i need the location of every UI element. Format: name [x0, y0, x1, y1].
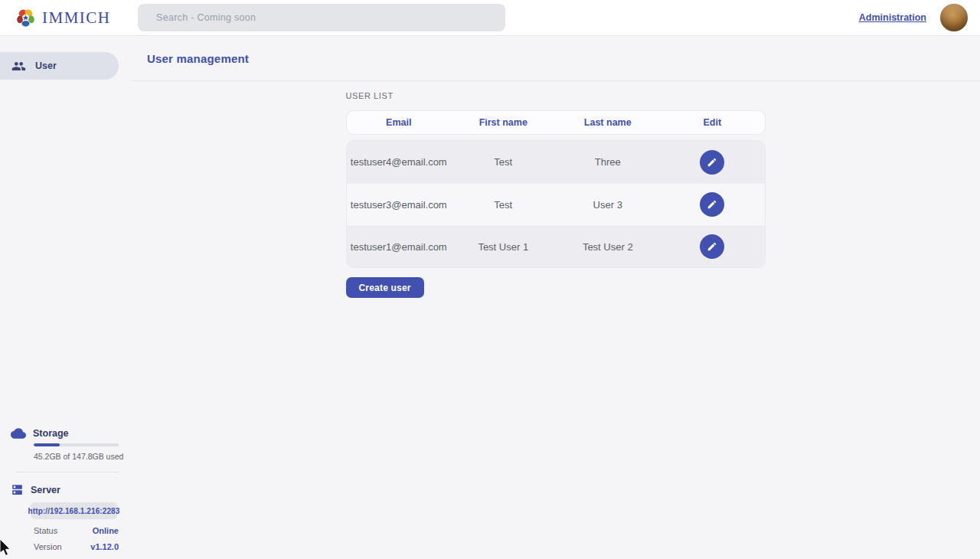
column-header-edit: Edit [660, 117, 765, 128]
pencil-icon [707, 199, 717, 210]
administration-link[interactable]: Administration [859, 12, 926, 23]
create-user-button[interactable]: Create user [346, 277, 424, 298]
title-bar: User management [131, 36, 980, 81]
edit-user-button[interactable] [700, 234, 724, 259]
sidebar-item-user[interactable]: User [0, 52, 119, 80]
server-title: Server [31, 485, 60, 495]
storage-usage-text: 45.2GB of 147.8GB used [34, 452, 131, 461]
user-last-name-cell: Test User 2 [556, 241, 661, 253]
server-version-label: Version [34, 542, 62, 551]
user-last-name-cell: Three [556, 156, 661, 168]
user-last-name-cell: User 3 [556, 199, 661, 211]
user-avatar[interactable] [940, 4, 968, 31]
users-icon [11, 59, 26, 74]
pencil-icon [707, 241, 717, 252]
server-icon [11, 483, 24, 496]
brand-name: IMMICH [42, 8, 111, 28]
immich-logo-icon [15, 8, 36, 28]
column-header-first-name: First name [451, 117, 556, 128]
cloud-icon [11, 428, 26, 439]
user-table-body: testuser4@email.com Test Three testuser3… [346, 140, 766, 268]
storage-progress-bar [34, 443, 119, 446]
brand: IMMICH [0, 8, 138, 28]
user-email-cell: testuser1@email.com [347, 241, 452, 253]
table-row: testuser4@email.com Test Three [347, 141, 765, 183]
table-row: testuser3@email.com Test User 3 [347, 183, 765, 225]
search-input[interactable] [138, 4, 505, 31]
page-title: User management [147, 52, 249, 65]
table-row: testuser1@email.com Test User 1 Test Use… [347, 225, 765, 267]
column-header-email: Email [347, 117, 452, 128]
pencil-icon [707, 157, 717, 168]
user-first-name-cell: Test [451, 156, 556, 168]
user-email-cell: testuser4@email.com [347, 156, 452, 168]
user-table-header: Email First name Last name Edit [346, 110, 766, 135]
sidebar-divider [15, 472, 119, 472]
user-first-name-cell: Test [451, 199, 556, 211]
main-area: User management USER LIST Email First na… [131, 36, 980, 559]
user-list-label: USER LIST [346, 91, 766, 100]
column-header-last-name: Last name [556, 117, 661, 128]
edit-user-button[interactable] [700, 150, 724, 175]
sidebar: User Storage 45.2GB of 147.8GB used Serv… [0, 36, 131, 559]
server-url: http://192.168.1.216:2283 [31, 502, 117, 519]
storage-progress-fill [34, 443, 60, 446]
user-email-cell: testuser3@email.com [347, 199, 452, 211]
server-status-label: Status [34, 526, 57, 535]
sidebar-status-panel: Storage 45.2GB of 147.8GB used Server ht… [0, 428, 131, 551]
app-header: IMMICH Administration [0, 0, 980, 36]
server-status-value: Online [93, 526, 119, 535]
storage-title: Storage [33, 428, 69, 439]
sidebar-item-label: User [35, 60, 57, 71]
server-version-value: v1.12.0 [90, 542, 119, 551]
user-first-name-cell: Test User 1 [451, 241, 556, 253]
edit-user-button[interactable] [700, 192, 724, 217]
